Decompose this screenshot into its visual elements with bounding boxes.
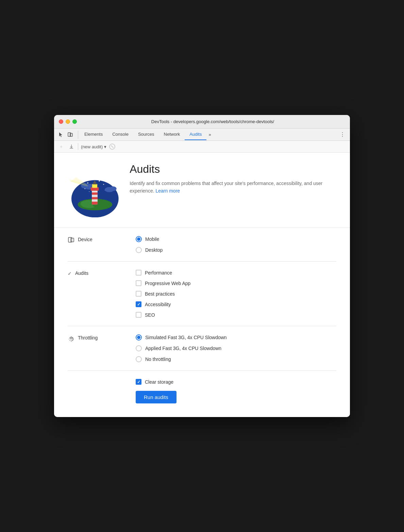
window-title: DevTools - developers.google.com/web/too… [80, 119, 345, 124]
traffic-lights [59, 119, 77, 124]
svg-rect-22 [92, 197, 98, 199]
audit-profile-select[interactable]: (new audit) ▾ [81, 144, 106, 149]
hero-title: Audits [130, 163, 336, 176]
device-desktop-option[interactable]: Desktop [136, 247, 163, 253]
device-desktop-label: Desktop [145, 247, 163, 253]
run-audits-button[interactable]: Run audits [136, 391, 176, 403]
clear-storage-option[interactable]: Clear storage [136, 379, 336, 385]
maximize-button[interactable] [72, 119, 77, 124]
minimize-button[interactable] [66, 119, 70, 124]
clear-storage-label: Clear storage [145, 379, 173, 385]
device-section-label: Device [78, 237, 92, 242]
tab-audits[interactable]: Audits [185, 129, 206, 140]
hero-text: Audits Identify and fix common problems … [130, 163, 336, 195]
throttling-none-option[interactable]: No throttling [136, 356, 227, 362]
audits-options: Performance Progressive Web App Best pra… [136, 270, 190, 318]
audit-accessibility-option[interactable]: Accessibility [136, 301, 190, 307]
throttling-section-label: Throttling [78, 335, 98, 340]
audit-performance-option[interactable]: Performance [136, 270, 190, 276]
svg-point-5 [99, 180, 100, 181]
audit-seo-label: SEO [145, 312, 155, 318]
throttling-section: Throttling Simulated Fast 3G, 4x CPU Slo… [68, 326, 336, 370]
device-section-icon [68, 236, 74, 245]
tab-elements[interactable]: Elements [80, 129, 107, 140]
audit-performance-checkbox[interactable] [136, 270, 141, 276]
svg-point-16 [110, 186, 116, 191]
audit-accessibility-label: Accessibility [145, 302, 171, 307]
audits-content: Audits Identify and fix common problems … [54, 153, 350, 417]
device-icon[interactable] [66, 131, 74, 139]
audit-accessibility-checkbox[interactable] [136, 301, 141, 307]
toolbar-separator [78, 143, 78, 150]
svg-point-3 [87, 182, 88, 183]
device-mobile-label: Mobile [145, 236, 159, 242]
throttling-simulated-radio[interactable] [136, 334, 142, 340]
device-desktop-radio[interactable] [136, 247, 142, 253]
devtools-menu-icon[interactable]: ⋮ [338, 129, 347, 140]
lighthouse-illustration [68, 163, 119, 217]
audit-pwa-label: Progressive Web App [145, 281, 190, 286]
audit-seo-checkbox[interactable] [136, 312, 141, 318]
cursor-icon[interactable] [57, 131, 65, 139]
audits-toolbar: + (new audit) ▾ [54, 141, 350, 153]
throttling-none-label: No throttling [145, 356, 171, 362]
svg-point-7 [107, 180, 108, 181]
audits-label: ✓ Audits [68, 270, 129, 318]
devtools-window: DevTools - developers.google.com/web/too… [54, 115, 350, 417]
audit-performance-label: Performance [145, 270, 172, 276]
svg-rect-23 [92, 202, 98, 204]
svg-rect-1 [70, 133, 72, 136]
svg-rect-30 [71, 238, 74, 242]
svg-point-4 [92, 178, 93, 179]
tab-network[interactable]: Network [159, 129, 185, 140]
audit-best-practices-label: Best practices [145, 291, 175, 297]
throttling-none-radio[interactable] [136, 356, 142, 362]
audit-pwa-checkbox[interactable] [136, 280, 141, 286]
clear-storage-checkbox[interactable] [136, 379, 141, 385]
device-label: Device [68, 236, 129, 253]
audits-check-icon: ✓ [68, 270, 72, 276]
hero-description: Identify and fix common problems that af… [130, 180, 336, 195]
throttling-options: Simulated Fast 3G, 4x CPU Slowdown Appli… [136, 334, 227, 362]
tab-more-button[interactable]: » [206, 129, 213, 140]
run-section: Clear storage Run audits [68, 370, 336, 407]
hero-section: Audits Identify and fix common problems … [68, 163, 336, 217]
device-options: Mobile Desktop [136, 236, 163, 253]
throttling-applied-label: Applied Fast 3G, 4x CPU Slowdown [145, 346, 221, 351]
svg-rect-21 [92, 193, 98, 195]
learn-more-link[interactable]: Learn more [155, 188, 180, 194]
cancel-audit-button[interactable] [109, 144, 115, 150]
svg-rect-25 [92, 184, 97, 188]
dropdown-arrow-icon: ▾ [104, 144, 106, 149]
audits-section-label: Audits [75, 270, 88, 276]
throttling-gear-icon [68, 335, 74, 343]
tabs-bar: Elements Console Sources Network Audits … [54, 129, 350, 141]
throttling-simulated-option[interactable]: Simulated Fast 3G, 4x CPU Slowdown [136, 334, 227, 340]
tab-console[interactable]: Console [107, 129, 133, 140]
device-mobile-radio[interactable] [136, 236, 142, 242]
throttling-simulated-label: Simulated Fast 3G, 4x CPU Slowdown [145, 335, 227, 340]
audit-best-practices-checkbox[interactable] [136, 291, 141, 297]
svg-point-6 [103, 184, 104, 185]
tab-icons [57, 131, 78, 139]
svg-point-10 [89, 191, 90, 192]
throttling-label: Throttling [68, 334, 129, 362]
device-mobile-option[interactable]: Mobile [136, 236, 163, 242]
audit-best-practices-option[interactable]: Best practices [136, 291, 190, 297]
download-button[interactable] [68, 143, 75, 150]
throttling-applied-option[interactable]: Applied Fast 3G, 4x CPU Slowdown [136, 345, 227, 351]
audit-profile-value: (new audit) [81, 144, 103, 149]
audit-pwa-option[interactable]: Progressive Web App [136, 280, 190, 286]
throttling-applied-radio[interactable] [136, 345, 142, 351]
audit-seo-option[interactable]: SEO [136, 312, 190, 318]
tab-sources[interactable]: Sources [133, 129, 159, 140]
close-button[interactable] [59, 119, 63, 124]
audits-section: ✓ Audits Performance Progressive Web App… [68, 261, 336, 326]
add-audit-button[interactable]: + [57, 143, 65, 150]
titlebar: DevTools - developers.google.com/web/too… [54, 115, 350, 129]
device-section: Device Mobile Desktop [68, 228, 336, 261]
